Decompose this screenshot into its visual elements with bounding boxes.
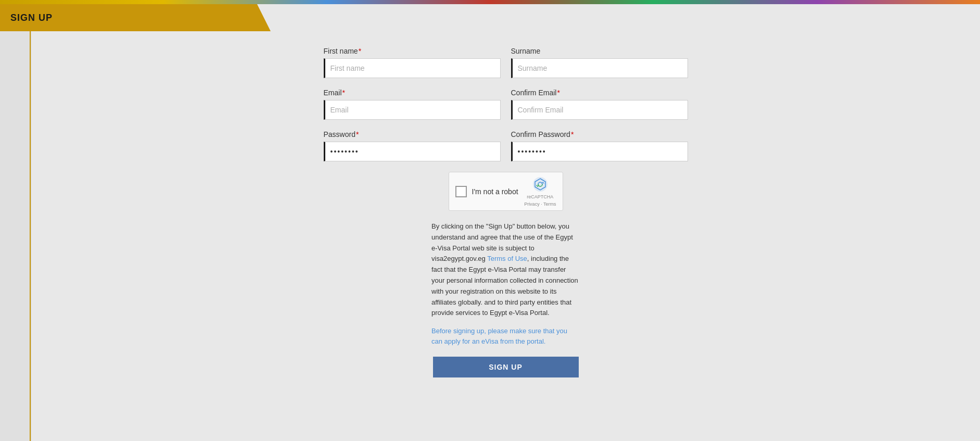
captcha-logo-area: reCAPTCHA Privacy · Terms (524, 176, 556, 207)
email-row: Email* Confirm Email* (324, 89, 688, 120)
signup-form: First name* Surname Email* (324, 47, 688, 377)
content-area: First name* Surname Email* (31, 31, 980, 441)
left-sidebar (0, 31, 31, 441)
terms-link[interactable]: Terms (543, 201, 556, 207)
captcha-checkbox[interactable] (455, 186, 467, 197)
first-name-group: First name* (324, 47, 501, 78)
surname-label: Surname (511, 47, 688, 55)
confirm-email-group: Confirm Email* (511, 89, 688, 120)
first-name-required: * (359, 47, 361, 55)
email-label: Email* (324, 89, 501, 97)
password-group: Password* (324, 130, 501, 161)
confirm-password-required: * (571, 130, 574, 138)
top-color-bar (0, 0, 980, 4)
password-input[interactable] (324, 142, 501, 161)
captcha-links: Privacy · Terms (524, 201, 556, 207)
signup-btn-container: SIGN UP (324, 357, 688, 377)
password-required: * (356, 130, 359, 138)
terms-text-after: , including the fact that the Egypt e-Vi… (431, 255, 578, 317)
password-row: Password* Confirm Password* (324, 130, 688, 161)
main-layout: First name* Surname Email* (0, 31, 980, 441)
confirm-password-input[interactable] (511, 142, 688, 161)
confirm-email-input[interactable] (511, 100, 688, 120)
email-required: * (342, 89, 345, 97)
captcha-container: I'm not a robot reCAPTCHA Privacy (324, 172, 688, 211)
captcha-box: I'm not a robot reCAPTCHA Privacy (449, 172, 563, 211)
terms-section: By clicking on the "Sign Up" button belo… (431, 221, 580, 346)
terms-of-use-link[interactable]: Terms of Use (487, 255, 527, 262)
password-label: Password* (324, 130, 501, 138)
captcha-label: I'm not a robot (472, 187, 519, 196)
privacy-link[interactable]: Privacy (524, 201, 540, 207)
surname-input[interactable] (511, 58, 688, 78)
surname-group: Surname (511, 47, 688, 78)
apply-notice: Before signing up, please make sure that… (431, 326, 580, 346)
first-name-label: First name* (324, 47, 501, 55)
confirm-email-label: Confirm Email* (511, 89, 688, 97)
page-title: SIGN UP (10, 12, 53, 23)
header-banner: SIGN UP (0, 4, 271, 31)
recaptcha-icon (532, 176, 549, 193)
confirm-email-required: * (557, 89, 559, 97)
first-name-input[interactable] (324, 58, 501, 78)
recaptcha-brand: reCAPTCHA (527, 194, 553, 200)
signup-button[interactable]: SIGN UP (433, 357, 579, 377)
email-input[interactable] (324, 100, 501, 120)
confirm-password-label: Confirm Password* (511, 130, 688, 138)
name-row: First name* Surname (324, 47, 688, 78)
email-group: Email* (324, 89, 501, 120)
confirm-password-group: Confirm Password* (511, 130, 688, 161)
terms-paragraph: By clicking on the "Sign Up" button belo… (431, 221, 580, 319)
